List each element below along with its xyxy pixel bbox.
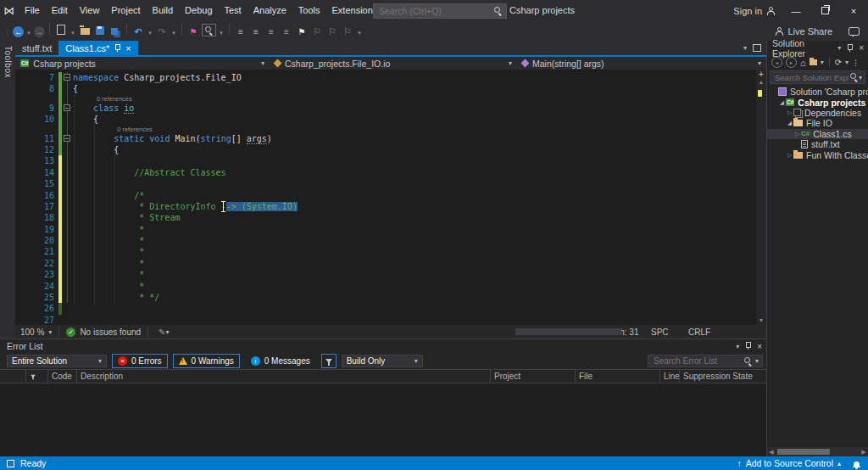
redo-dropdown-icon[interactable]: ▾: [170, 26, 177, 40]
collapsed-arrow-icon[interactable]: ▷: [793, 131, 801, 137]
scrollbar-thumb[interactable]: [777, 449, 830, 455]
editor-vertical-scrollbar[interactable]: + ▲ ▼: [756, 70, 766, 325]
background-tasks-icon[interactable]: [7, 460, 14, 467]
menu-build[interactable]: Build: [147, 0, 179, 21]
float-window-icon[interactable]: [753, 44, 761, 52]
close-tab-icon[interactable]: ×: [125, 43, 131, 53]
new-file-dropdown-icon[interactable]: ▾: [70, 26, 76, 40]
filter-button[interactable]: [321, 354, 337, 368]
chevron-down-icon[interactable]: ▾: [821, 59, 824, 66]
chevron-down-icon[interactable]: ▾: [509, 59, 517, 67]
save-all-icon[interactable]: [108, 25, 122, 39]
tree-item-class1-cs[interactable]: ▷C#Class1.cs: [767, 129, 868, 139]
sync-icon[interactable]: ⟳: [835, 58, 842, 67]
tree-item-csharp-projects[interactable]: ◢C#Csharp projects: [767, 97, 868, 107]
toolbox-tab[interactable]: Toolbox: [3, 46, 13, 78]
code-text[interactable]: * Stream: [73, 212, 180, 223]
nav-forward-icon[interactable]: →: [34, 26, 45, 37]
menu-tools[interactable]: Tools: [292, 0, 326, 21]
nav-back-icon[interactable]: ←: [13, 26, 24, 37]
column-suppression-state[interactable]: Suppression State: [679, 370, 766, 383]
tree-item-file-io[interactable]: ◢File IO: [767, 118, 868, 128]
bookmark-next-icon[interactable]: ⚐: [326, 25, 339, 38]
bookmark-icon[interactable]: ⚑: [295, 25, 309, 38]
code-text[interactable]: /*: [73, 190, 144, 201]
menu-test[interactable]: Test: [219, 0, 248, 21]
bookmark-prev-icon[interactable]: ⚐: [310, 25, 324, 38]
split-editor-icon[interactable]: +: [759, 70, 764, 79]
collapse-box-icon[interactable]: −: [64, 135, 70, 142]
collapsed-arrow-icon[interactable]: ▷: [786, 109, 793, 116]
code-editor[interactable]: 7−namespace Csharp_projects.File_IO8{0 r…: [15, 70, 766, 325]
new-file-icon[interactable]: [54, 23, 68, 36]
code-text[interactable]: *: [73, 246, 144, 257]
menu-project[interactable]: Project: [105, 0, 146, 21]
close-icon[interactable]: ×: [859, 43, 864, 53]
column-flag[interactable]: [25, 370, 47, 383]
scope-dropdown[interactable]: Entire Solution ▾: [7, 355, 107, 367]
code-text[interactable]: static void Main(string[] args): [73, 133, 272, 144]
solution-search-box[interactable]: ▾: [770, 70, 865, 84]
column-code[interactable]: Code: [47, 370, 76, 383]
tab-class1-cs[interactable]: Class1.cs* ×: [58, 41, 137, 55]
home-icon[interactable]: ⌂: [800, 58, 806, 68]
code-text[interactable]: namespace Csharp_projects.File_IO: [73, 72, 242, 83]
find-in-files-icon[interactable]: [202, 24, 216, 36]
toolbar-drag-handle-icon[interactable]: ⋮: [4, 26, 11, 40]
code-text[interactable]: class io: [73, 103, 134, 114]
sign-in-button[interactable]: Sign in: [733, 0, 775, 21]
breadcrumb-member[interactable]: Main(string[] args) ▾: [517, 59, 766, 69]
code-text[interactable]: {: [73, 144, 119, 155]
error-search-box[interactable]: ▾: [648, 355, 763, 367]
chevron-down-icon[interactable]: ▾: [755, 357, 759, 365]
chevron-down-icon[interactable]: ▾: [758, 59, 766, 67]
menu-debug[interactable]: Debug: [179, 0, 218, 21]
se-overflow-icon[interactable]: ⋮: [852, 59, 860, 67]
code-text[interactable]: * */: [73, 292, 159, 303]
tab-stuff-txt[interactable]: stuff.txt: [15, 41, 58, 55]
collapse-box-icon[interactable]: −: [64, 74, 70, 81]
chevron-down-icon[interactable]: ▾: [859, 74, 862, 81]
se-forward-icon[interactable]: ▸: [786, 57, 797, 68]
build-filter-dropdown[interactable]: Build Only ▾: [342, 355, 423, 367]
undo-icon[interactable]: ↶: [131, 25, 145, 38]
solution-explorer-title-bar[interactable]: Solution Explorer ▾ ×: [767, 41, 868, 55]
scroll-up-icon[interactable]: ▲: [759, 79, 765, 86]
se-back-icon[interactable]: ◂: [771, 57, 782, 68]
pin-icon[interactable]: [114, 44, 121, 53]
code-text[interactable]: *: [73, 224, 144, 235]
chevron-up-icon[interactable]: ▴: [837, 460, 841, 467]
zoom-level-dropdown[interactable]: 100 %: [20, 327, 44, 337]
breadcrumb-type[interactable]: Csharp_projects.File_IO.io ▾: [270, 59, 517, 69]
column-description[interactable]: Description: [76, 370, 490, 383]
chevron-down-icon[interactable]: ▾: [48, 328, 52, 336]
column-severity[interactable]: [0, 370, 25, 383]
chevron-down-icon[interactable]: ▾: [165, 328, 169, 336]
column-file[interactable]: File: [575, 370, 659, 383]
code-text[interactable]: *: [73, 258, 144, 269]
breadcrumb-project[interactable]: C# Csharp projects ▾: [15, 59, 270, 69]
codelens-references-link[interactable]: 0 references: [73, 95, 132, 103]
menu-edit[interactable]: Edit: [46, 0, 74, 21]
tree-item-fun-with-classes[interactable]: ▷Fun With Classes: [767, 149, 868, 159]
collapsed-arrow-icon[interactable]: ▷: [786, 152, 793, 159]
menu-file[interactable]: File: [19, 0, 46, 21]
edit-mode-icon[interactable]: ✎: [159, 327, 165, 337]
scroll-right-icon[interactable]: ▶: [860, 449, 868, 456]
notifications-bell-icon[interactable]: [854, 462, 860, 467]
indent-increase-icon[interactable]: ≡: [280, 25, 293, 38]
open-folder-icon[interactable]: [78, 24, 92, 37]
quick-search-box[interactable]: [373, 3, 507, 19]
quick-search-input[interactable]: [377, 5, 494, 17]
save-icon[interactable]: [93, 24, 107, 37]
chevron-down-icon[interactable]: ▾: [845, 59, 849, 66]
solution-search-input[interactable]: [773, 72, 850, 83]
restore-button[interactable]: [810, 0, 839, 21]
minimize-button[interactable]: —: [782, 0, 810, 21]
warnings-filter-button[interactable]: 0 Warnings: [173, 354, 240, 368]
menu-analyze[interactable]: Analyze: [248, 0, 292, 21]
toolbar-overflow-icon[interactable]: ▾: [356, 26, 363, 40]
pin-icon[interactable]: [846, 44, 854, 53]
live-share-button[interactable]: Live Share: [775, 26, 868, 36]
code-text[interactable]: *: [73, 281, 144, 292]
